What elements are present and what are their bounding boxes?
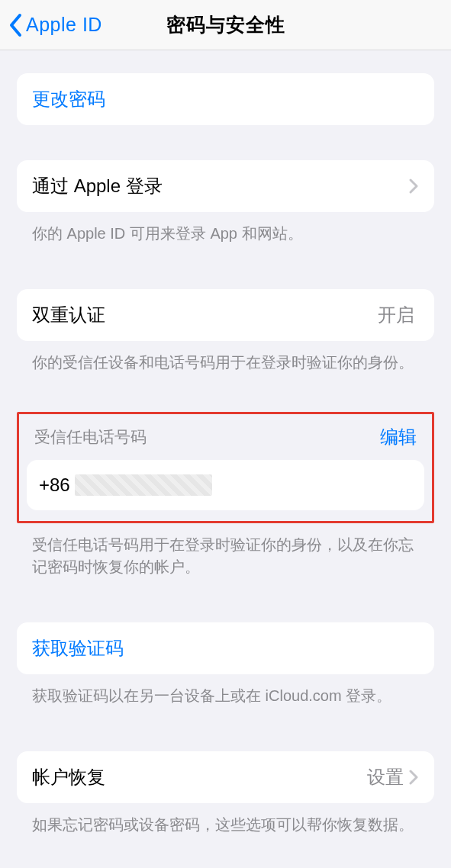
navbar: Apple ID 密码与安全性 bbox=[0, 0, 451, 50]
group-change-password: 更改密码 bbox=[17, 73, 434, 125]
trusted-phone-header: 受信任电话号码 编辑 bbox=[27, 422, 424, 460]
chevron-left-icon bbox=[8, 12, 24, 38]
two-factor-footer: 你的受信任设备和电话号码用于在登录时验证你的身份。 bbox=[17, 341, 434, 374]
get-code-footer: 获取验证码以在另一台设备上或在 iCloud.com 登录。 bbox=[17, 674, 434, 707]
change-password-cell[interactable]: 更改密码 bbox=[17, 73, 434, 125]
trusted-phone-footer: 受信任电话号码用于在登录时验证你的身份，以及在你忘记密码时恢复你的帐户。 bbox=[17, 523, 434, 578]
group-account-recovery: 帐户恢复 设置 如果忘记密码或设备密码，这些选项可以帮你恢复数据。 bbox=[17, 751, 434, 836]
trusted-phone-section: 受信任电话号码 编辑 +86 bbox=[17, 412, 434, 523]
trusted-phone-redacted bbox=[75, 474, 212, 496]
get-code-label: 获取验证码 bbox=[32, 636, 124, 661]
group-two-factor: 双重认证 开启 你的受信任设备和电话号码用于在登录时验证你的身份。 bbox=[17, 289, 434, 374]
group-get-code: 获取验证码 获取验证码以在另一台设备上或在 iCloud.com 登录。 bbox=[17, 622, 434, 707]
two-factor-cell[interactable]: 双重认证 开启 bbox=[17, 289, 434, 341]
two-factor-label: 双重认证 bbox=[32, 303, 105, 327]
trusted-phone-header-label: 受信任电话号码 bbox=[34, 426, 147, 448]
content: 更改密码 通过 Apple 登录 你的 Apple ID 可用来登录 App 和… bbox=[0, 73, 451, 866]
back-label: Apple ID bbox=[26, 14, 102, 36]
sign-in-with-apple-label: 通过 Apple 登录 bbox=[32, 174, 163, 198]
chevron-right-icon bbox=[408, 178, 419, 194]
chevron-right-icon bbox=[408, 769, 419, 786]
trusted-phone-edit-button[interactable]: 编辑 bbox=[380, 425, 417, 449]
sign-in-with-apple-cell[interactable]: 通过 Apple 登录 bbox=[17, 160, 434, 212]
trusted-phone-cell[interactable]: +86 bbox=[27, 460, 424, 510]
get-code-cell[interactable]: 获取验证码 bbox=[17, 622, 434, 674]
account-recovery-footer: 如果忘记密码或设备密码，这些选项可以帮你恢复数据。 bbox=[17, 803, 434, 836]
sign-in-with-apple-footer: 你的 Apple ID 可用来登录 App 和网站。 bbox=[17, 212, 434, 245]
back-button[interactable]: Apple ID bbox=[8, 0, 102, 50]
trusted-phone-prefix: +86 bbox=[39, 474, 70, 496]
group-sign-in-apple: 通过 Apple 登录 你的 Apple ID 可用来登录 App 和网站。 bbox=[17, 160, 434, 245]
two-factor-value: 开启 bbox=[378, 303, 414, 327]
account-recovery-value: 设置 bbox=[367, 765, 404, 789]
change-password-label: 更改密码 bbox=[32, 87, 105, 111]
account-recovery-cell[interactable]: 帐户恢复 设置 bbox=[17, 751, 434, 803]
account-recovery-label: 帐户恢复 bbox=[32, 765, 105, 789]
